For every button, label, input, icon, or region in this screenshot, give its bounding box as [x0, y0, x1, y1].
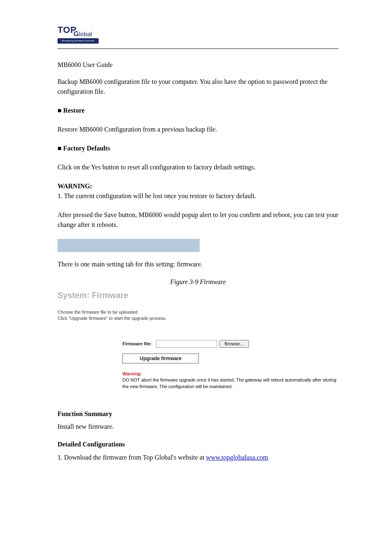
- upgrade-firmware-button[interactable]: Upgrade firmware: [122, 354, 199, 363]
- firmware-page-title: System: Firmware: [58, 291, 342, 300]
- step-1: 1. Download the firmware from Top Global…: [58, 454, 339, 461]
- logo-tagline: Broadening Wireless Horizons: [58, 38, 99, 44]
- firmware-warning: Warning: DO NOT abort the firmware upgra…: [122, 371, 340, 390]
- warning-block: WARNING: 1. The current configuration wi…: [58, 181, 339, 201]
- options-list: ■ Restore: [58, 106, 339, 116]
- restore-text: Restore MB6000 Configuration from a prev…: [58, 125, 339, 134]
- firmware-figure: System: Firmware Choose the firmware fil…: [58, 291, 342, 398]
- firmware-file-row: Firmware file: Browse...: [122, 340, 342, 348]
- firmware-file-input[interactable]: [156, 340, 217, 348]
- backup-description: Backup MB6000 configuration file to your…: [58, 77, 339, 97]
- logo: TOP Global Broadening Wireless Horizons: [58, 25, 99, 43]
- figure-caption: Figure 3-9 Firmware: [58, 278, 339, 286]
- list-item: ■ Restore: [58, 106, 339, 116]
- firmware-intro: There is one main setting tab for this s…: [58, 259, 339, 269]
- factory-text: Click on the Yes button to reset all con…: [58, 162, 339, 172]
- function-summary-heading: Function Summary: [58, 410, 339, 418]
- website-link[interactable]: www.topglobalusa.com: [206, 454, 268, 461]
- logo-global-text: Global: [74, 30, 92, 38]
- function-summary-text: Install new firmware.: [58, 422, 339, 432]
- list-item: ■ Factory Defaults: [58, 143, 339, 153]
- detailed-config-heading: Detailed Configurations: [58, 441, 339, 448]
- header-divider: [58, 49, 339, 49]
- options-list: ■ Factory Defaults: [58, 143, 339, 153]
- browse-button[interactable]: Browse...: [219, 340, 249, 348]
- document-title: MB6000 User Guide: [58, 61, 339, 69]
- firmware-instructions: Choose the firmware file to be uploaded.…: [58, 309, 342, 322]
- section-heading-firmware: 3.2.4 Firmware: [58, 239, 200, 252]
- firmware-file-label: Firmware file:: [122, 341, 152, 346]
- reboot-note: After pressed the Save button, MB6000 wo…: [58, 210, 339, 230]
